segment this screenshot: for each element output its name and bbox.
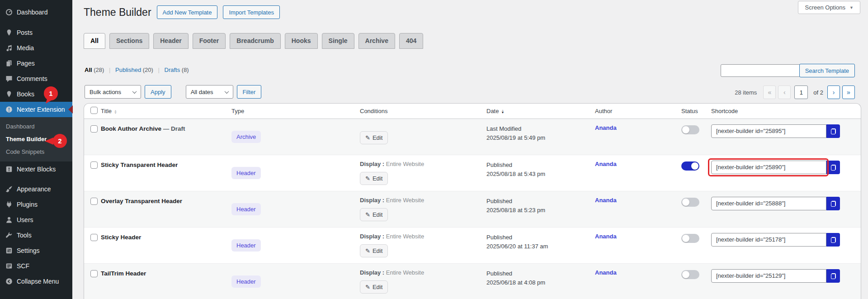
edit-conditions-button[interactable]: ✎Edit <box>360 280 388 294</box>
template-title[interactable]: Book Author Archive <box>101 125 161 132</box>
edit-conditions-button[interactable]: ✎Edit <box>360 208 388 221</box>
status-toggle[interactable] <box>681 125 699 134</box>
display-condition: Display : Entire Website <box>360 228 482 240</box>
import-templates-button[interactable]: Import Templates <box>223 5 279 19</box>
row-checkbox[interactable] <box>90 270 98 277</box>
copy-shortcode-button[interactable] <box>826 197 840 210</box>
table-row: Sticky Transparent Header Header Display… <box>84 155 861 191</box>
search-template-button[interactable]: Search Template <box>799 64 855 77</box>
sidebar-item-plugins[interactable]: Plugins <box>0 197 72 212</box>
shortcode-field[interactable]: [nexter-builder id="25178"] <box>711 233 826 247</box>
table-row: Overlay Transparent Header Header Displa… <box>84 191 861 228</box>
display-condition: Display : Entire Website <box>360 155 482 167</box>
edit-conditions-button[interactable]: ✎Edit <box>360 244 388 257</box>
apply-button[interactable]: Apply <box>145 85 171 99</box>
sidebar-item-posts[interactable]: Posts <box>0 25 72 40</box>
filter-button[interactable]: Filter <box>237 85 262 99</box>
filter-drafts-link[interactable]: Drafts <box>165 66 180 73</box>
sidebar-item-settings[interactable]: Settings <box>0 243 72 258</box>
template-title[interactable]: Sticky Transparent Header <box>101 161 178 168</box>
author-link[interactable]: Ananda <box>595 124 617 131</box>
sort-icon[interactable]: ▲▼ <box>114 109 117 114</box>
current-page-input[interactable]: 1 <box>794 85 808 99</box>
type-badge: Header <box>231 167 261 179</box>
sidebar-item-users[interactable]: Users <box>0 212 72 228</box>
tab-breadcrumb[interactable]: Breadcrumb <box>230 33 280 49</box>
sidebar-item-nexter-blocks[interactable]: Nexter Blocks <box>0 161 72 177</box>
copy-icon <box>831 237 836 243</box>
sliders-icon <box>5 247 13 255</box>
row-checkbox[interactable] <box>90 234 98 241</box>
sidebar-item-collapse-menu[interactable]: Collapse Menu <box>0 274 72 289</box>
search-input[interactable] <box>721 64 801 77</box>
author-link[interactable]: Ananda <box>595 269 617 276</box>
shortcode-field[interactable]: [nexter-builder id="25888"] <box>711 197 826 210</box>
template-type-tabs: All Sections Header Footer Breadcrumb Ho… <box>84 33 423 49</box>
table-row: TailTrim Header Header Display : Entire … <box>84 264 861 299</box>
submenu-item-dashboard[interactable]: Dashboard <box>0 120 72 133</box>
sidebar-item-comments[interactable]: Comments <box>0 71 72 86</box>
row-checkbox[interactable] <box>90 198 98 205</box>
status-toggle[interactable] <box>681 198 699 207</box>
tab-sections[interactable]: Sections <box>109 33 149 49</box>
shortcode-field[interactable]: [nexter-builder id="25129"] <box>711 269 826 283</box>
author-link[interactable]: Ananda <box>595 161 617 167</box>
tab-hooks[interactable]: Hooks <box>285 33 318 49</box>
pencil-icon: ✎ <box>365 247 370 254</box>
row-checkbox[interactable] <box>90 125 98 133</box>
user-icon <box>5 216 13 224</box>
tab-archive[interactable]: Archive <box>359 33 395 49</box>
all-dates-select[interactable]: All dates <box>186 85 233 99</box>
screen-options-button[interactable]: Screen Options ▼ <box>798 1 860 14</box>
copy-shortcode-button[interactable] <box>826 161 840 174</box>
filter-published-link[interactable]: Published <box>115 66 141 73</box>
tab-header[interactable]: Header <box>153 33 188 49</box>
sidebar-item-appearance[interactable]: Appearance <box>0 181 72 197</box>
edit-conditions-button[interactable]: ✎Edit <box>360 131 388 144</box>
sidebar-item-pages[interactable]: Pages <box>0 56 72 71</box>
row-checkbox[interactable] <box>90 161 98 169</box>
bulk-actions-toolbar: Bulk actions Apply All dates Filter <box>85 85 261 99</box>
date-cell: Published2025/06/18 at 4:08 pm <box>482 264 590 299</box>
tab-all[interactable]: All <box>84 33 105 49</box>
tab-single[interactable]: Single <box>322 33 354 49</box>
column-title[interactable]: Title <box>101 108 112 114</box>
shortcode-field[interactable]: [nexter-builder id="25890"] <box>711 161 826 174</box>
tab-footer[interactable]: Footer <box>193 33 226 49</box>
pencil-icon: ✎ <box>365 284 370 290</box>
sidebar-item-dashboard[interactable]: Dashboard <box>0 5 72 20</box>
main-content: Screen Options ▼ Theme Builder Add New T… <box>72 0 868 299</box>
add-new-template-button[interactable]: Add New Template <box>157 5 218 19</box>
table-row: Sticky Header Header Display : Entire We… <box>84 228 861 264</box>
sidebar-item-books[interactable]: Books <box>0 86 72 102</box>
copy-shortcode-button[interactable] <box>826 269 840 283</box>
sidebar-item-nexter-extension[interactable]: Nexter Extension <box>0 102 72 117</box>
last-page-button[interactable]: » <box>842 85 855 99</box>
select-all-checkbox[interactable] <box>90 107 98 114</box>
template-title[interactable]: Overlay Transparent Header <box>101 198 182 204</box>
status-toggle[interactable] <box>681 161 699 171</box>
template-title[interactable]: TailTrim Header <box>101 270 146 277</box>
copy-shortcode-button[interactable] <box>826 124 840 138</box>
shortcode-field[interactable]: [nexter-builder id="25895"] <box>711 124 826 138</box>
sidebar-item-scf[interactable]: SCF <box>0 258 72 274</box>
template-title[interactable]: Sticky Header <box>101 234 141 241</box>
filter-all-link[interactable]: All <box>85 66 92 73</box>
status-toggle[interactable] <box>681 270 699 279</box>
filter-drafts-count: (8) <box>182 66 189 73</box>
status-toggle[interactable] <box>681 234 699 243</box>
copy-shortcode-button[interactable] <box>826 233 840 247</box>
display-condition: Display : Entire Website <box>360 264 482 276</box>
sidebar-item-label: Books <box>17 90 34 98</box>
edit-conditions-button[interactable]: ✎Edit <box>360 172 388 185</box>
next-page-button[interactable]: › <box>827 85 840 99</box>
tab-404[interactable]: 404 <box>399 33 423 49</box>
bulk-actions-select[interactable]: Bulk actions <box>85 85 141 99</box>
author-link[interactable]: Ananda <box>595 197 617 204</box>
sidebar-item-media[interactable]: Media <box>0 40 72 56</box>
table-header-row: Title▲▼ Type Conditions Date▲▼ Author St… <box>84 104 861 119</box>
column-date[interactable]: Date <box>486 108 499 114</box>
sort-icon[interactable]: ▲▼ <box>501 109 504 114</box>
author-link[interactable]: Ananda <box>595 233 617 240</box>
sidebar-item-tools[interactable]: Tools <box>0 228 72 243</box>
